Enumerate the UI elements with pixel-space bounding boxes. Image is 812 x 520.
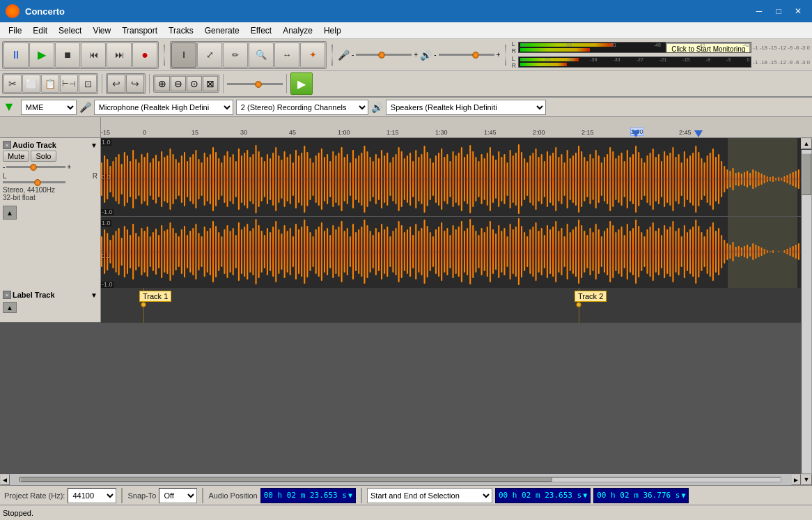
scroll-thumb-v[interactable]	[802, 153, 811, 195]
scroll-right-button[interactable]: ►	[791, 474, 801, 485]
track-pan-slider[interactable]	[3, 181, 65, 183]
audio-position-display[interactable]: 00 h 02 m 23.653 s ▼	[260, 488, 356, 503]
audio-track-waveform[interactable]: 1.0 0.0 -1.0 1.0 0.0 -1.0	[101, 138, 801, 288]
audio-pos-label: Audio Position	[208, 491, 257, 500]
skip-back-button[interactable]: ⏮	[81, 43, 106, 68]
selection-type-select[interactable]: Start and End of Selection	[367, 488, 492, 503]
minimize-button[interactable]: ─	[751, 3, 767, 20]
ruler-mark-2: 15	[192, 129, 198, 136]
undo-redo: ↩ ↪	[106, 73, 146, 94]
copy-button[interactable]: ⬜	[22, 75, 40, 93]
spk-minus: -	[434, 51, 436, 59]
solo-button[interactable]: Solo	[31, 151, 56, 162]
silence-button[interactable]: ⊡	[79, 75, 97, 93]
speaker-select[interactable]: Speakers (Realtek High Definiti	[386, 100, 546, 115]
mic-vol-slider[interactable]	[356, 54, 412, 56]
vu-fill-r	[520, 48, 590, 52]
start-monitoring-button[interactable]: Click to Start Monitoring	[666, 43, 751, 53]
sep2	[331, 45, 333, 66]
track-pan-thumb[interactable]	[34, 179, 41, 186]
spk-vol-thumb[interactable]	[472, 52, 479, 59]
menu-transport[interactable]: Transport	[116, 24, 163, 37]
audio-host-select[interactable]: MME	[21, 100, 77, 115]
scroll-thumb-h[interactable]	[20, 477, 552, 482]
menu-generate[interactable]: Generate	[199, 24, 245, 37]
menu-edit[interactable]: Edit	[27, 24, 53, 37]
project-rate-select[interactable]: 44100	[68, 488, 116, 503]
track-collapse-button[interactable]: ▲	[3, 206, 17, 220]
label-track-dropdown[interactable]: ▼	[91, 291, 97, 299]
microphone-select[interactable]: Microphone (Realtek High Defini	[94, 100, 233, 115]
mute-button[interactable]: Mute	[3, 151, 29, 162]
track-vol-slider[interactable]	[6, 166, 65, 168]
play-button[interactable]: ▶	[29, 43, 54, 68]
undo-button[interactable]: ↩	[107, 75, 125, 93]
menu-effect[interactable]: Effect	[245, 24, 277, 37]
pencil-tool-button[interactable]: ✏	[223, 43, 248, 68]
l-label: L	[3, 172, 7, 180]
playhead-end-marker	[694, 130, 703, 137]
channels-select[interactable]: 2 (Stereo) Recording Channels	[236, 100, 368, 115]
ruler-mark-10: 2:15	[581, 129, 594, 136]
pause-button[interactable]: ⏸	[3, 43, 29, 68]
channel-divider	[101, 216, 801, 217]
toolbar-row2: ✂ ⬜ 📋 ⊢⊣ ⊡ ↩ ↪ ⊕ ⊖ ⊙ ⊠	[0, 71, 812, 96]
scroll-down-button[interactable]: ▼	[801, 474, 812, 485]
scroll-left-button[interactable]: ◄	[0, 474, 10, 485]
spk-vol-slider[interactable]	[439, 54, 494, 56]
playback-vol-thumb[interactable]	[255, 81, 262, 88]
label-track-close[interactable]: ×	[3, 291, 11, 299]
edit-tools: ✂ ⬜ 📋 ⊢⊣ ⊡	[2, 73, 98, 94]
menu-help[interactable]: Help	[318, 24, 347, 37]
track1-label[interactable]: Track 1	[139, 291, 171, 302]
label-track-content[interactable]: Track 1 Track 2	[101, 288, 801, 323]
menu-file[interactable]: File	[3, 24, 27, 37]
zoom-fit-button[interactable]: ⊠	[203, 76, 218, 91]
lr-label-bottom: LR	[511, 55, 517, 69]
scroll-track-v[interactable]	[801, 149, 812, 474]
selection-end-display[interactable]: 00 h 02 m 36.776 s ▼	[593, 488, 689, 503]
skip-forward-button[interactable]: ⏭	[107, 43, 132, 68]
close-button[interactable]: ✕	[790, 3, 806, 20]
label-track-collapse-button[interactable]: ▲	[3, 302, 17, 313]
record-button[interactable]: ●	[132, 43, 157, 68]
stop-button[interactable]: ■	[55, 43, 80, 68]
mic-vol-area: 🎤 - + 🔊 - +	[338, 49, 500, 61]
track2-label[interactable]: Track 2	[575, 291, 607, 302]
multi-tool-button[interactable]: ✦	[300, 43, 325, 68]
menu-select[interactable]: Select	[53, 24, 87, 37]
timeshift-tool-button[interactable]: ↔	[274, 43, 299, 68]
cut-button[interactable]: ✂	[3, 75, 22, 93]
select-tool-button[interactable]: I	[171, 43, 196, 68]
snap-to-select[interactable]: Off	[159, 488, 197, 503]
menu-view[interactable]: View	[87, 24, 116, 37]
zoom-tool-button[interactable]: 🔍	[249, 43, 274, 68]
playback-vol-slider[interactable]	[227, 83, 283, 85]
time-unit-2: ▼	[583, 491, 587, 499]
mic-vol-thumb[interactable]	[378, 52, 385, 59]
redo-button[interactable]: ↪	[126, 75, 144, 93]
menu-analyze[interactable]: Analyze	[277, 24, 318, 37]
vu-meter-area: LR Click to Start Monitoring -57-54-51-4…	[511, 40, 810, 69]
trim-button[interactable]: ⊢⊣	[60, 75, 78, 93]
selection-start-display[interactable]: 00 h 02 m 23.653 s ▼	[495, 488, 591, 503]
track-vol-thumb[interactable]	[30, 164, 37, 171]
scroll-track-h[interactable]	[19, 477, 781, 482]
sep7	[286, 74, 287, 93]
ruler-mark-8: 1:45	[484, 129, 497, 136]
paste-button[interactable]: 📋	[41, 75, 59, 93]
zoom-sel-button[interactable]: ⊙	[187, 76, 202, 91]
sel-start-time: 00 h 02 m 23.653 s	[499, 491, 581, 500]
zoom-in-button[interactable]: ⊕	[155, 76, 170, 91]
zoom-out-button[interactable]: ⊖	[171, 76, 186, 91]
scroll-up-button[interactable]: ▲	[801, 138, 812, 149]
audio-track-dropdown[interactable]: ▼	[91, 142, 97, 149]
v-scrollbar: ▲ ▼	[801, 138, 812, 485]
envelope-tool-button[interactable]: ⤢	[197, 43, 222, 68]
green-play-button[interactable]: ▶	[290, 72, 313, 95]
bottom-info-bar: Project Rate (Hz): 44100 Snap-To Off Aud…	[0, 485, 812, 505]
audio-track-close[interactable]: ×	[3, 141, 11, 149]
spk-icon: 🔊	[420, 49, 432, 61]
menu-tracks[interactable]: Tracks	[163, 24, 199, 37]
maximize-button[interactable]: □	[770, 3, 787, 20]
